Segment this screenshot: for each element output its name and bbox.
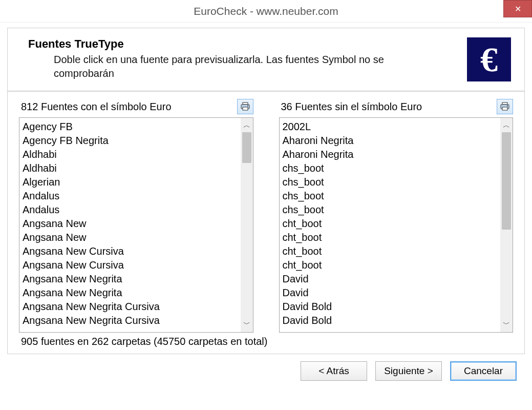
svg-point-3 [247,106,248,107]
list-item[interactable]: chs_boot [283,203,498,217]
list-item[interactable]: cht_boot [283,244,498,258]
header-text: Fuentes TrueType Doble click en una fuen… [28,37,467,80]
titlebar: EuroCheck - www.neuber.com ✕ [0,0,532,23]
left-listbox[interactable]: Agency FB Agency FB Negrita Aldhabi Aldh… [19,117,253,333]
left-column-header: 812 Fuentes con el símbolo Euro [19,99,253,117]
header-area: Fuentes TrueType Doble click en una fuen… [8,28,524,91]
scroll-up-icon[interactable]: ︿ [243,121,250,130]
window-body: Fuentes TrueType Doble click en una fuen… [0,23,532,388]
list-item[interactable]: Agency FB Negrita [23,134,238,148]
scroll-down-icon[interactable]: ﹀ [503,320,510,329]
euro-glyph: € [480,39,498,80]
left-list-items: Agency FB Agency FB Negrita Aldhabi Aldh… [19,118,241,332]
scroll-thumb[interactable] [502,132,511,230]
list-item[interactable]: Angsana New Negrita Cursiva [23,300,238,314]
list-item[interactable]: Andalus [23,189,238,203]
scroll-track[interactable] [502,130,511,320]
list-item[interactable]: Angsana New Negrita [23,286,238,300]
list-item[interactable]: David [283,286,498,300]
right-column-label: 36 Fuentes sin el símbolo Euro [281,101,422,113]
button-row: < Atrás Siguiente > Cancelar [7,354,525,382]
list-item[interactable]: Agency FB [23,120,238,134]
cancel-button[interactable]: Cancelar [450,361,517,381]
list-item[interactable]: Angsana New Cursiva [23,258,238,272]
list-item[interactable]: David Bold [283,314,498,327]
header-subtitle: Doble click en una fuente para previsual… [28,53,387,80]
right-listbox[interactable]: 2002L Aharoni Negrita Aharoni Negrita ch… [279,117,514,333]
svg-rect-2 [243,107,248,110]
list-item[interactable]: cht_boot [283,217,498,231]
scroll-down-icon[interactable]: ﹀ [243,320,250,329]
list-item[interactable]: Angsana New [23,217,238,231]
list-item[interactable]: Angsana New Cursiva [23,244,238,258]
scroll-up-icon[interactable]: ︿ [503,121,510,130]
list-item[interactable]: David [283,272,498,286]
list-item[interactable]: Aharoni Negrita [283,134,498,148]
right-list-items: 2002L Aharoni Negrita Aharoni Negrita ch… [280,118,501,332]
list-item[interactable]: chs_boot [283,161,498,175]
svg-rect-4 [502,102,507,105]
list-item[interactable]: Angsana New Negrita Cursiva [23,314,238,327]
right-column-header: 36 Fuentes sin el símbolo Euro [279,99,514,117]
wizard-panel: Fuentes TrueType Doble click en una fuen… [7,28,525,354]
list-item[interactable]: chs_boot [283,175,498,189]
list-item[interactable]: cht_boot [283,258,498,272]
svg-rect-6 [502,107,507,110]
printer-icon [500,102,510,111]
scroll-track[interactable] [242,130,251,320]
list-item[interactable]: chs_boot [283,189,498,203]
list-item[interactable]: Aharoni Negrita [283,148,498,161]
left-column: 812 Fuentes con el símbolo Euro Agency F… [19,99,253,333]
print-right-button[interactable] [497,99,513,114]
left-column-label: 812 Fuentes con el símbolo Euro [21,101,172,113]
header-title: Fuentes TrueType [28,37,457,51]
list-item[interactable]: Angsana New Negrita [23,272,238,286]
list-item[interactable]: David Bold [283,300,498,314]
right-column: 36 Fuentes sin el símbolo Euro 2002L Aha… [279,99,514,333]
list-item[interactable]: Aldhabi [23,148,238,161]
list-item[interactable]: 2002L [283,120,498,134]
svg-point-7 [507,106,508,107]
print-left-button[interactable] [237,99,253,114]
euro-logo-icon: € [467,37,511,81]
list-item[interactable]: Aldhabi [23,161,238,175]
list-item[interactable]: Andalus [23,203,238,217]
window-title: EuroCheck - www.neuber.com [194,5,338,17]
back-button[interactable]: < Atrás [301,361,367,381]
list-item[interactable]: Algerian [23,175,238,189]
left-scrollbar[interactable]: ︿ ﹀ [241,118,253,332]
close-button[interactable]: ✕ [503,0,532,17]
status-line: 905 fuentes en 262 carpetas (45750 carpe… [19,333,513,348]
next-button[interactable]: Siguiente > [375,361,442,381]
printer-icon [240,102,250,111]
list-item[interactable]: Angsana New [23,231,238,244]
list-item[interactable]: cht_boot [283,231,498,244]
svg-rect-0 [243,102,248,105]
content-area: 812 Fuentes con el símbolo Euro Agency F… [8,92,524,354]
right-scrollbar[interactable]: ︿ ﹀ [500,118,513,332]
close-icon: ✕ [515,4,521,14]
columns: 812 Fuentes con el símbolo Euro Agency F… [19,99,513,333]
scroll-thumb[interactable] [242,132,251,163]
